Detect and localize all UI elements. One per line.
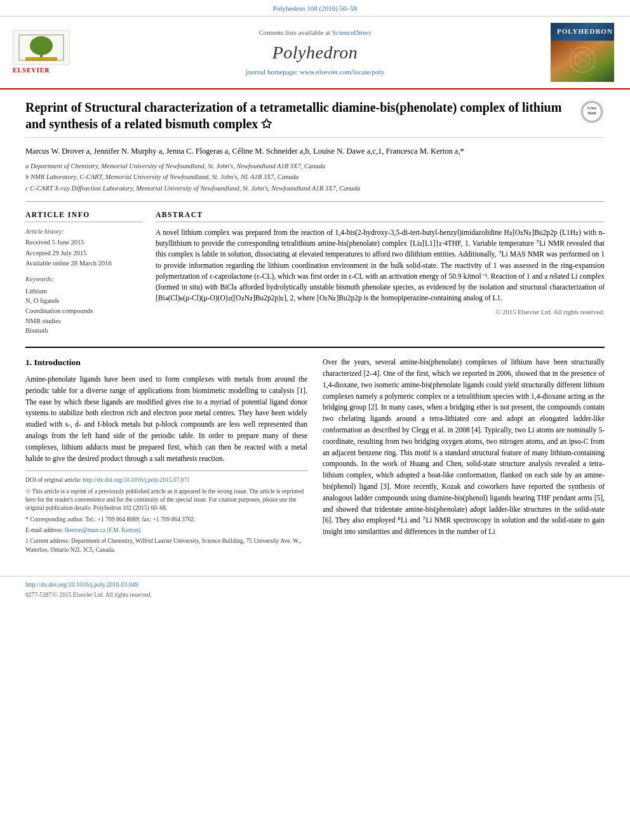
doi-text: http://dx.doi.org/10.1016/j.poly.2016.03… xyxy=(25,581,138,588)
article-body: Reprint of Structural characterization o… xyxy=(0,90,630,570)
contents-text: Contents lists available at xyxy=(258,29,330,36)
footnote-corresponding: * Corresponding author. Tel.: +1 709 864… xyxy=(25,516,307,524)
abstract-header: ABSTRACT xyxy=(156,210,605,222)
footnote-doi-label: DOI of original article: xyxy=(25,477,81,483)
abstract-column: ABSTRACT A novel lithium complex was pre… xyxy=(156,210,605,337)
journal-homepage: journal homepage: www.elsevier.com/locat… xyxy=(95,67,535,77)
svg-text:Cross: Cross xyxy=(587,106,596,110)
authors-text: Marcus W. Drover a, Jennifer N. Murphy a… xyxy=(25,147,464,156)
main-left-column: 1. Introduction Amine-phenolate ligands … xyxy=(25,357,307,557)
footnote-doi-original: DOI of original article: http://dx.doi.o… xyxy=(25,476,307,484)
affiliations-section: a Department of Chemistry, Memorial Univ… xyxy=(25,161,605,194)
journal-title-section: Contents lists available at ScienceDirec… xyxy=(83,28,547,77)
footnote-reprint: ✩ This article is a reprint of a previou… xyxy=(25,488,307,513)
authors-line: Marcus W. Drover a, Jennifer N. Murphy a… xyxy=(25,145,605,157)
keyword-5: Bismuth xyxy=(25,326,143,336)
history-label: Article history: xyxy=(25,227,143,236)
polyhedron-badge: POLYHEDRON xyxy=(551,23,614,40)
sciencedirect-link[interactable]: ScienceDirect xyxy=(332,29,372,36)
footnote-reprint-text: This article is a reprint of a previousl… xyxy=(25,488,304,512)
footnote-email: E-mail address: fkerton@mun.ca (F.M. Ker… xyxy=(25,526,307,535)
footnote-corresponding-text: Corresponding author. Tel.: +1 709 864 8… xyxy=(30,516,196,523)
elsevier-tree-image xyxy=(13,30,70,65)
page-wrapper: Polyhedron 108 (2016) 50–58 xyxy=(0,0,630,840)
journal-reference-bar: Polyhedron 108 (2016) 50–58 xyxy=(0,0,630,17)
abstract-text: A novel lithium complex was prepared fro… xyxy=(156,227,605,304)
journal-image-section: POLYHEDRON xyxy=(547,23,617,81)
bottom-bar: http://dx.doi.org/10.1016/j.poly.2016.03… xyxy=(0,576,630,603)
affiliation-c: c C-CART X-ray Diffraction Laboratory, M… xyxy=(25,183,605,194)
article-title: Reprint of Structural characterization o… xyxy=(25,99,573,132)
footnote-current-address-text: Current address: Department of Chemistry… xyxy=(25,538,301,552)
info-abstract-section: ARTICLE INFO Article history: Received 5… xyxy=(25,201,605,337)
available-date: Available online 28 March 2016 xyxy=(25,259,143,269)
copyright-line: © 2015 Elsevier Ltd. All rights reserved… xyxy=(156,308,605,317)
footnote-doi-link[interactable]: http://dx.doi.org/10.1016/j.poly.2015.07… xyxy=(83,477,190,483)
main-content-section: 1. Introduction Amine-phenolate ligands … xyxy=(25,347,605,557)
elsevier-svg xyxy=(16,32,67,63)
journal-cover-image xyxy=(551,41,614,82)
intro-paragraph-left: Amine-phenolate ligands have been used t… xyxy=(25,374,307,465)
journal-header: ELSEVIER Contents lists available at Sci… xyxy=(0,17,630,89)
footnote-current-address: 1 Current address: Department of Chemist… xyxy=(25,537,307,554)
svg-point-2 xyxy=(30,36,53,55)
affiliation-b: b NMR Laboratory, C-CART, Memorial Unive… xyxy=(25,172,605,182)
keyword-2: N, O ligands xyxy=(25,297,143,306)
crossmark-badge: Cross Mark xyxy=(579,99,605,124)
cover-svg xyxy=(551,41,614,82)
journal-ref-text: Polyhedron 108 (2016) 50–58 xyxy=(273,4,357,12)
article-info-column: ARTICLE INFO Article history: Received 5… xyxy=(25,210,143,337)
keywords-label: Keywords: xyxy=(25,275,143,284)
footnote-reprint-symbol: ✩ xyxy=(25,488,32,495)
journal-title: Polyhedron xyxy=(95,40,535,65)
doi-line[interactable]: http://dx.doi.org/10.1016/j.poly.2016.03… xyxy=(25,580,605,589)
received-date: Received 5 June 2015 xyxy=(25,238,143,248)
keywords-section: Keywords: Lithium N, O ligands Coordinat… xyxy=(25,275,143,336)
article-info-header: ARTICLE INFO xyxy=(25,210,143,222)
article-history: Article history: Received 5 June 2015 Ac… xyxy=(25,227,143,269)
issn-line: 0277-5387/© 2015 Elsevier Ltd. All right… xyxy=(25,591,605,599)
accepted-date: Accepted 29 July 2015 xyxy=(25,249,143,258)
article-title-section: Reprint of Structural characterization o… xyxy=(25,99,605,138)
elsevier-logo-section: ELSEVIER xyxy=(13,30,83,75)
intro-paragraph-right: Over the years, several amine-bis(phenol… xyxy=(323,357,605,538)
crossmark-icon: Cross Mark xyxy=(580,100,603,123)
keyword-3: Coordination compounds xyxy=(25,307,143,316)
footnote-divider xyxy=(25,470,307,471)
svg-text:Mark: Mark xyxy=(587,111,597,115)
crossmark-svg: Cross Mark xyxy=(582,101,602,123)
footnote-email-label: E-mail address: xyxy=(25,527,63,533)
two-column-main: 1. Introduction Amine-phenolate ligands … xyxy=(25,357,605,557)
section1-heading: 1. Introduction xyxy=(25,357,307,369)
keyword-1: Lithium xyxy=(25,287,143,297)
footnote-email-address[interactable]: fkerton@mun.ca (F.M. Kerton). xyxy=(65,527,142,533)
sciencedirect-line: Contents lists available at ScienceDirec… xyxy=(95,28,535,37)
affiliation-a: a Department of Chemistry, Memorial Univ… xyxy=(25,161,605,171)
keyword-4: NMR studies xyxy=(25,317,143,326)
elsevier-text: ELSEVIER xyxy=(13,66,50,75)
elsevier-logo: ELSEVIER xyxy=(13,30,83,75)
main-right-column: Over the years, several amine-bis(phenol… xyxy=(323,357,605,557)
